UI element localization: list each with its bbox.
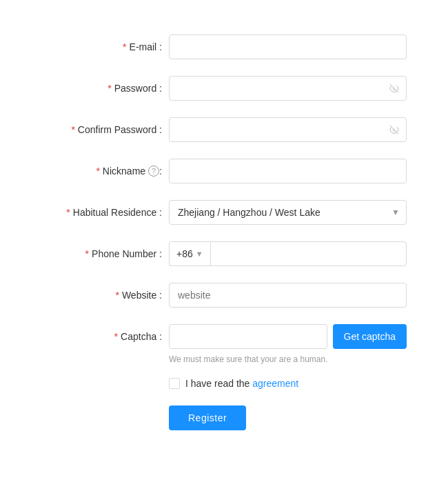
residence-select-value: Zhejiang / Hangzhou / West Lake — [178, 207, 320, 218]
phone-label: * Phone Number : — [41, 248, 169, 259]
nickname-input[interactable] — [169, 159, 407, 183]
phone-number-input[interactable] — [210, 241, 407, 266]
password-input[interactable] — [169, 76, 407, 101]
password-label: * Password : — [41, 83, 169, 94]
password-label-text: Password : — [114, 83, 162, 94]
get-captcha-button[interactable]: Get captcha — [333, 324, 407, 349]
nickname-label-text: Nickname — [103, 166, 145, 177]
residence-select[interactable]: Zhejiang / Hangzhou / West Lake — [169, 200, 407, 225]
email-input-wrapper — [169, 34, 407, 59]
email-input[interactable] — [169, 34, 407, 59]
website-row: * Website : — [41, 283, 407, 308]
nickname-row: * Nickname ? : — [41, 159, 407, 183]
residence-select-wrapper[interactable]: Zhejiang / Hangzhou / West Lake ▼ — [169, 200, 407, 225]
phone-code-value: +86 — [176, 248, 193, 259]
password-input-wrapper — [169, 76, 407, 101]
password-row: * Password : — [41, 76, 407, 101]
agreement-row: I have read the agreement — [169, 378, 407, 389]
nickname-input-wrapper — [169, 159, 407, 183]
captcha-input[interactable] — [169, 324, 327, 349]
website-input-wrapper — [169, 283, 407, 308]
nickname-required-star: * — [96, 166, 99, 177]
confirm-password-required-star: * — [71, 124, 74, 135]
captcha-label-text: Captcha : — [121, 331, 162, 342]
captcha-label: * Captcha : — [41, 331, 169, 342]
confirm-password-input[interactable] — [169, 117, 407, 142]
website-label-text: Website : — [122, 290, 162, 301]
confirm-password-row: * Confirm Password : — [41, 117, 407, 142]
email-label: * E-mail : — [41, 41, 169, 52]
confirm-password-label: * Confirm Password : — [41, 124, 169, 135]
captcha-required-star: * — [114, 331, 118, 342]
email-label-text: E-mail : — [130, 41, 162, 52]
agreement-text: I have read the agreement — [185, 378, 298, 389]
email-row: * E-mail : — [41, 34, 407, 59]
password-toggle-icon[interactable] — [389, 83, 400, 94]
residence-label: * Habitual Residence : — [41, 207, 169, 218]
register-row: Register — [169, 405, 407, 430]
website-required-star: * — [115, 290, 119, 301]
password-required-star: * — [108, 83, 111, 94]
nickname-colon: : — [159, 166, 162, 177]
email-required-star: * — [123, 41, 126, 52]
agreement-text-before: I have read the — [185, 378, 252, 389]
phone-label-text: Phone Number : — [92, 248, 162, 259]
agreement-link[interactable]: agreement — [252, 378, 298, 389]
phone-row: * Phone Number : +86 ▼ — [41, 241, 407, 266]
website-label: * Website : — [41, 290, 169, 301]
captcha-hint: We must make sure that your are a human. — [169, 354, 407, 364]
register-button[interactable]: Register — [169, 405, 246, 430]
phone-wrapper: +86 ▼ — [169, 241, 407, 266]
residence-required-star: * — [66, 207, 70, 218]
captcha-wrapper: Get captcha — [169, 324, 407, 349]
confirm-password-input-wrapper — [169, 117, 407, 142]
captcha-row: * Captcha : Get captcha — [41, 324, 407, 349]
website-input[interactable] — [169, 283, 407, 308]
phone-code-selector[interactable]: +86 ▼ — [169, 241, 210, 266]
residence-row: * Habitual Residence : Zhejiang / Hangzh… — [41, 200, 407, 225]
phone-code-chevron-icon: ▼ — [196, 250, 203, 258]
phone-required-star: * — [85, 248, 89, 259]
agreement-checkbox[interactable] — [169, 378, 180, 389]
residence-label-text: Habitual Residence : — [73, 207, 162, 218]
confirm-password-toggle-icon[interactable] — [389, 124, 400, 135]
nickname-label: * Nickname ? : — [41, 166, 169, 177]
captcha-hint-text: We must make sure that your are a human. — [169, 354, 328, 364]
nickname-help-icon[interactable]: ? — [148, 166, 159, 177]
confirm-password-label-text: Confirm Password : — [78, 124, 162, 135]
registration-form: * E-mail : * Password : * Confirm Passwo… — [14, 14, 434, 451]
